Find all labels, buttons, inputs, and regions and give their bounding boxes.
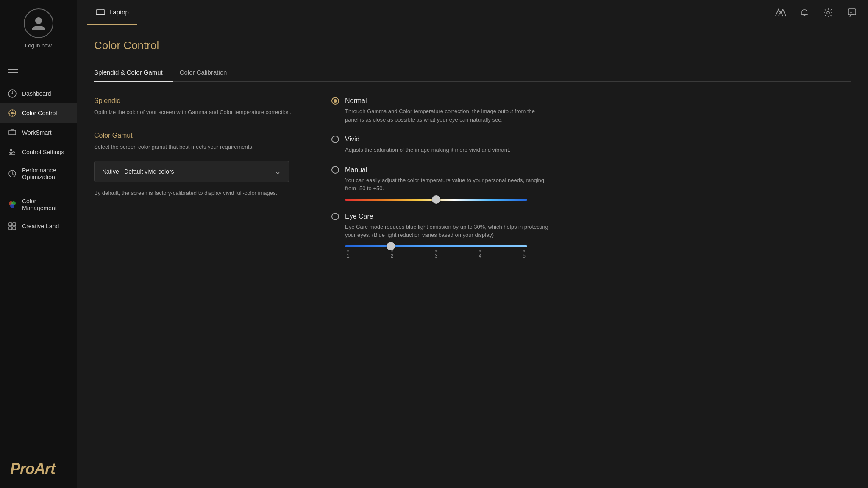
sidebar-item-worksmart[interactable]: WorkSmart xyxy=(0,123,77,142)
color-control-icon xyxy=(8,108,17,118)
eye-care-slider-track xyxy=(345,245,527,247)
hamburger-button[interactable] xyxy=(0,64,77,80)
splendid-section-title: Splendid xyxy=(94,97,306,105)
svg-rect-21 xyxy=(13,223,16,226)
tick-5: 5 xyxy=(523,250,526,259)
svg-rect-23 xyxy=(13,227,16,230)
manual-slider-thumb[interactable] xyxy=(432,195,440,204)
performance-icon xyxy=(8,169,17,178)
radio-option-normal: Normal Through Gamma and Color temperatu… xyxy=(331,97,851,124)
svg-rect-20 xyxy=(9,223,12,226)
content-area: Color Control Splendid & Color Gamut Col… xyxy=(77,25,868,488)
asus-logo-icon xyxy=(775,7,787,19)
topbar-laptop-tab[interactable]: Laptop xyxy=(87,0,137,25)
worksmart-icon xyxy=(8,128,17,137)
svg-point-0 xyxy=(35,17,42,24)
color-gamut-section-title: Color Gamut xyxy=(94,132,306,139)
sidebar-label-color-control: Color Control xyxy=(22,110,57,116)
chevron-down-icon: ⌄ xyxy=(275,167,281,176)
manual-slider-track xyxy=(345,199,527,201)
sidebar-item-control-settings[interactable]: Control Settings xyxy=(0,142,77,162)
page-title: Color Control xyxy=(94,39,851,52)
avatar xyxy=(24,8,53,38)
radio-button-vivid[interactable] xyxy=(331,136,339,143)
right-column: Normal Through Gamma and Color temperatu… xyxy=(331,97,851,271)
radio-header-manual: Manual xyxy=(331,166,851,174)
sidebar-label-color-management: Color Management xyxy=(22,198,69,211)
sidebar-label-control-settings: Control Settings xyxy=(22,149,64,155)
radio-button-manual[interactable] xyxy=(331,166,339,174)
radio-header-vivid: Vivid xyxy=(331,136,851,143)
color-management-icon xyxy=(8,200,17,209)
color-gamut-dropdown[interactable]: Native - Default vivid colors ⌄ xyxy=(94,161,289,182)
dropdown-description: By default, the screen is factory-calibr… xyxy=(94,189,281,197)
tab-calibration[interactable]: Color Calibration xyxy=(180,64,237,82)
svg-point-14 xyxy=(13,151,14,153)
radio-desc-manual: You can easily adjust the color temperat… xyxy=(345,176,548,193)
tick-2: 2 xyxy=(391,250,394,259)
sidebar-item-dashboard[interactable]: Dashboard xyxy=(0,84,77,103)
chat-icon[interactable] xyxy=(846,7,858,19)
radio-header-eye-care: Eye Care xyxy=(331,213,851,220)
sidebar-item-color-management[interactable]: Color Management xyxy=(0,193,77,216)
tick-4: 4 xyxy=(479,250,481,259)
tick-dot-5 xyxy=(523,250,525,252)
radio-label-normal: Normal xyxy=(345,97,367,105)
laptop-icon xyxy=(96,8,105,16)
svg-rect-24 xyxy=(97,9,104,14)
color-gamut-section-desc: Select the screen color gamut that best … xyxy=(94,143,306,151)
login-text[interactable]: Log in now xyxy=(25,42,52,49)
tick-1: 1 xyxy=(347,250,350,259)
svg-point-19 xyxy=(10,204,14,208)
dashboard-icon xyxy=(8,89,17,98)
sidebar-divider-mid xyxy=(0,189,77,189)
eye-care-slider-container: 1 2 3 4 xyxy=(345,245,527,259)
svg-point-2 xyxy=(12,93,13,94)
svg-point-13 xyxy=(10,149,12,151)
tick-dot-3 xyxy=(435,250,437,252)
radio-desc-eye-care: Eye Care mode reduces blue light emissio… xyxy=(345,223,548,239)
tick-label-5: 5 xyxy=(523,253,526,259)
tick-3: 3 xyxy=(435,250,438,259)
sidebar-label-dashboard: Dashboard xyxy=(22,90,51,97)
slider-ticks: 1 2 3 4 xyxy=(345,250,527,259)
radio-label-vivid: Vivid xyxy=(345,136,359,143)
hamburger-icon xyxy=(8,69,18,75)
control-settings-icon xyxy=(8,147,17,157)
bell-icon[interactable] xyxy=(798,7,810,19)
eye-care-slider-thumb[interactable] xyxy=(387,242,395,250)
tabs-container: Splendid & Color Gamut Color Calibration xyxy=(94,64,851,82)
radio-button-eye-care[interactable] xyxy=(331,213,339,220)
tick-label-1: 1 xyxy=(347,253,350,259)
sidebar-item-creative-land[interactable]: Creative Land xyxy=(0,216,77,236)
tick-dot-4 xyxy=(479,250,481,252)
svg-point-4 xyxy=(11,112,14,114)
sidebar-label-performance: Performance Optimization xyxy=(22,167,69,180)
dropdown-value: Native - Default vivid colors xyxy=(102,168,174,175)
sidebar-item-performance-optimization[interactable]: Performance Optimization xyxy=(0,162,77,186)
sidebar-label-worksmart: WorkSmart xyxy=(22,129,52,136)
main-area: Laptop xyxy=(77,0,868,488)
two-col-layout: Splendid Optimize the color of your scre… xyxy=(94,97,851,271)
splendid-section-desc: Optimize the color of your screen with G… xyxy=(94,108,306,116)
radio-label-eye-care: Eye Care xyxy=(345,213,373,220)
manual-slider-container xyxy=(345,199,527,201)
radio-option-manual: Manual You can easily adjust the color t… xyxy=(331,166,851,201)
tick-dot-1 xyxy=(347,250,349,252)
tick-label-3: 3 xyxy=(435,253,438,259)
gear-icon[interactable] xyxy=(822,7,834,19)
radio-desc-normal: Through Gamma and Color temperature corr… xyxy=(345,107,548,124)
radio-desc-vivid: Adjusts the saturation of the image maki… xyxy=(345,146,548,154)
tick-label-4: 4 xyxy=(479,253,481,259)
proart-logo: ProArt xyxy=(0,450,77,488)
topbar-laptop-label: Laptop xyxy=(109,8,129,16)
tab-splendid[interactable]: Splendid & Color Gamut xyxy=(94,64,173,82)
sidebar-divider-top xyxy=(0,61,77,61)
svg-rect-26 xyxy=(848,9,856,15)
radio-button-normal[interactable] xyxy=(331,97,339,105)
user-icon xyxy=(30,15,47,32)
radio-option-vivid: Vivid Adjusts the saturation of the imag… xyxy=(331,136,851,154)
sidebar-item-color-control[interactable]: Color Control xyxy=(0,103,77,123)
radio-label-manual: Manual xyxy=(345,166,367,174)
left-column: Splendid Optimize the color of your scre… xyxy=(94,97,306,271)
